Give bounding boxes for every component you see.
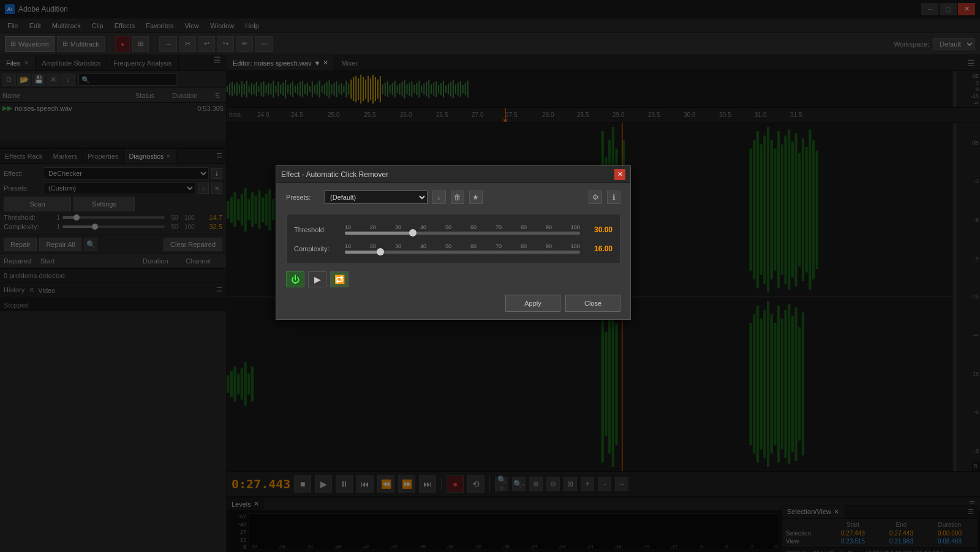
dialog-threshold-slider[interactable] — [345, 232, 580, 235]
dialog-sliders-area: Threshold: 10 20 30 40 50 60 70 80 90 — [286, 214, 620, 264]
dialog-complexity-slider[interactable] — [345, 251, 580, 254]
dialog-title: Effect - Automatic Click Remover — [281, 170, 614, 179]
dialog-info-btn[interactable]: ℹ — [607, 191, 620, 204]
dialog-preset-delete-btn[interactable]: 🗑 — [451, 191, 464, 204]
dialog-play-btn[interactable]: ▶ — [308, 271, 326, 287]
dialog-complexity-value: 16.00 — [585, 244, 612, 253]
dialog-presets-label: Presets: — [286, 194, 320, 201]
dialog-threshold-fill — [345, 232, 413, 235]
dialog-preset-save-btn[interactable]: ↓ — [432, 191, 446, 204]
dialog-preset-star-btn[interactable]: ★ — [469, 191, 483, 204]
dialog-complexity-slider-container: 10 20 30 40 50 60 70 80 90 100 — [345, 243, 580, 254]
dialog-threshold-thumb[interactable] — [409, 229, 417, 236]
dialog-complexity-fill — [345, 251, 380, 254]
dialog-threshold-slider-container: 10 20 30 40 50 60 70 80 90 100 — [345, 224, 580, 235]
dialog-threshold-label: Threshold: — [294, 226, 340, 233]
dialog-loop-btn[interactable]: 🔁 — [330, 271, 349, 287]
dialog-transport: ⏻ ▶ 🔁 — [286, 271, 620, 287]
dialog-close-button[interactable]: ✕ — [614, 169, 625, 180]
dialog-close-action-button[interactable]: Close — [565, 295, 620, 312]
dialog-power-btn[interactable]: ⏻ — [286, 271, 304, 287]
dialog-settings-btn[interactable]: ⚙ — [589, 191, 602, 204]
dialog-complexity-label: Complexity: — [294, 245, 340, 252]
dialog-apply-button[interactable]: Apply — [505, 295, 560, 312]
dialog-action-buttons: Apply Close — [286, 295, 620, 312]
dialog-presets-select[interactable]: (Default) — [325, 191, 428, 204]
dialog-complexity-thumb[interactable] — [377, 248, 384, 255]
dialog-threshold-ticks: 10 20 30 40 50 60 70 80 90 100 — [345, 224, 580, 230]
dialog-content: Presets: (Default) ↓ 🗑 ★ ⚙ ℹ Threshold: — [276, 183, 630, 319]
dialog-threshold-row: Threshold: 10 20 30 40 50 60 70 80 90 — [294, 224, 612, 235]
dialog-threshold-value: 30.00 — [585, 225, 612, 234]
dialog-presets-row: Presets: (Default) ↓ 🗑 ★ ⚙ ℹ — [286, 191, 620, 204]
effect-dialog: Effect - Automatic Click Remover ✕ Prese… — [276, 165, 631, 320]
dialog-titlebar: Effect - Automatic Click Remover ✕ — [276, 166, 630, 183]
dialog-overlay: Effect - Automatic Click Remover ✕ Prese… — [0, 0, 980, 552]
dialog-complexity-row: Complexity: 10 20 30 40 50 60 70 80 90 — [294, 243, 612, 254]
